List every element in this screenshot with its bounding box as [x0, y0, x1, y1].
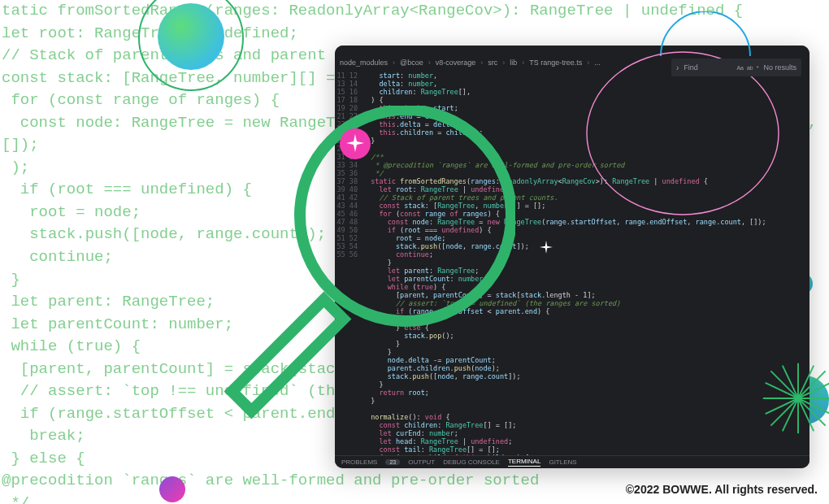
- panel-tab-terminal[interactable]: TERMINAL: [508, 458, 540, 467]
- find-results-label: No results: [763, 63, 796, 72]
- copyright-text: ©2022 BOWWE. All rights reserved.: [626, 483, 818, 496]
- magenta-circle-bottom: [159, 476, 185, 502]
- gradient-circle-top: [158, 3, 224, 70]
- find-option[interactable]: Aa: [736, 65, 744, 71]
- breadcrumb-segment[interactable]: node_modules: [340, 59, 388, 67]
- find-option[interactable]: *: [757, 65, 759, 71]
- panel-tab-debug-console[interactable]: DEBUG CONSOLE: [443, 458, 500, 466]
- bottom-panel-tabs[interactable]: PROBLEMS23OUTPUTDEBUG CONSOLETERMINALGIT…: [335, 455, 809, 468]
- svg-point-0: [587, 52, 779, 215]
- breadcrumb-segment[interactable]: @bcoe: [400, 59, 423, 67]
- chevron-right-icon: ›: [393, 59, 395, 67]
- chevron-right-icon: ›: [522, 59, 524, 67]
- panel-tab-output[interactable]: OUTPUT: [408, 458, 435, 466]
- find-options[interactable]: Aaab*: [736, 65, 758, 71]
- find-bar[interactable]: › Find Aaab* No results: [671, 59, 801, 76]
- problems-count-badge: 23: [385, 459, 400, 465]
- chevron-right-icon: ›: [480, 59, 483, 67]
- breadcrumb-segment[interactable]: src: [488, 59, 497, 67]
- chevron-right-icon[interactable]: ›: [676, 63, 679, 72]
- breadcrumb-segment[interactable]: lib: [510, 59, 517, 67]
- magnifying-glass-icon: [174, 106, 515, 447]
- panel-tab-problems[interactable]: PROBLEMS: [341, 458, 377, 466]
- sparkle-white-icon: [346, 134, 364, 152]
- find-input[interactable]: Find: [684, 63, 731, 72]
- chevron-right-icon: ›: [502, 59, 505, 67]
- chevron-right-icon: ›: [428, 59, 431, 67]
- breadcrumb-segment[interactable]: TS range-tree.ts: [529, 59, 582, 67]
- panel-tab-gitlens[interactable]: GITLENS: [549, 458, 576, 466]
- starburst-icon: [759, 359, 829, 437]
- sparkle-icon: [540, 241, 553, 254]
- svg-rect-10: [232, 299, 343, 411]
- svg-point-9: [300, 110, 511, 321]
- find-option[interactable]: ab: [747, 65, 753, 71]
- breadcrumb-segment[interactable]: v8-coverage: [436, 59, 476, 67]
